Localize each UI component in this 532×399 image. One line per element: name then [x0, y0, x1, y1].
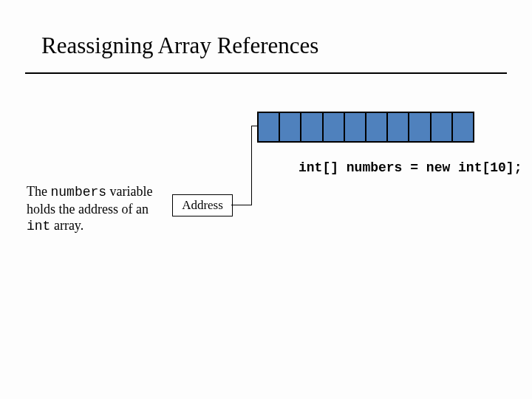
array-cell [345, 113, 366, 141]
array-diagram [257, 112, 474, 143]
slide-title: Reassigning Array References [41, 33, 318, 59]
array-cell [324, 113, 345, 141]
array-cell [453, 113, 473, 141]
title-underline [25, 72, 507, 74]
caption-text: The numbers variable holds the address o… [27, 183, 164, 235]
slide: Reassigning Array References int[] numbe… [0, 0, 532, 399]
array-cell [301, 113, 323, 141]
caption-var-name: numbers [50, 185, 106, 200]
caption-part: The [27, 184, 50, 199]
array-cell [388, 113, 409, 141]
code-declaration: int[] numbers = new int[10]; [299, 160, 522, 175]
connector-line [251, 126, 252, 205]
array-cell [259, 113, 280, 141]
array-cell [280, 113, 301, 141]
caption-part: array. [50, 218, 83, 233]
array-cell [366, 113, 388, 141]
connector-line [251, 126, 257, 126]
array-cell [432, 113, 453, 141]
array-cell [409, 113, 431, 141]
address-box: Address [172, 194, 233, 216]
caption-type-name: int [27, 219, 50, 233]
connector-line [231, 205, 251, 205]
